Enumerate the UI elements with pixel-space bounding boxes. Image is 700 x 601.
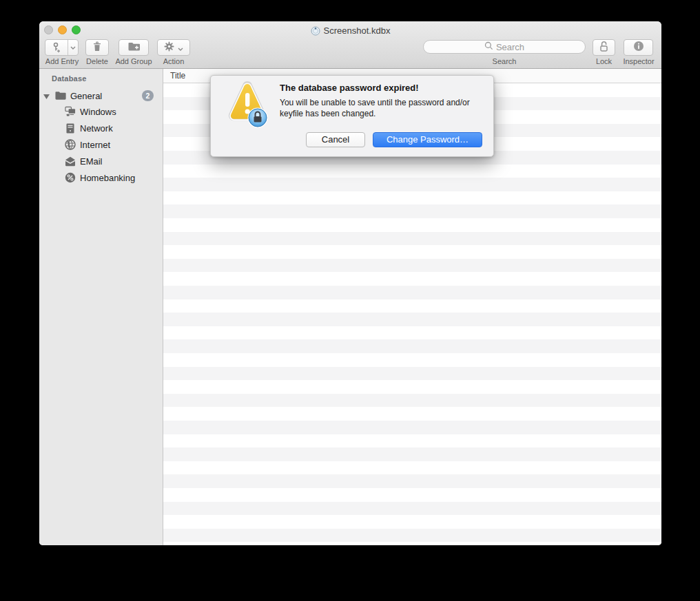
sidebar-item-label: Network [80, 123, 113, 134]
sidebar-item-label: Homebanking [80, 173, 135, 183]
search-placeholder: Search [496, 42, 524, 52]
lock-label: Lock [593, 57, 615, 66]
password-expired-dialog: The database password expired! You will … [210, 75, 494, 157]
dialog-title: The database password expired! [280, 83, 419, 93]
titlebar-toolbar[interactable]: Screenshot.kdbx Add En [39, 21, 661, 69]
workgroup-icon [65, 106, 76, 117]
folder-icon [55, 90, 66, 101]
sidebar: Database General 2 [39, 69, 163, 545]
delete-label: Delete [83, 57, 112, 66]
search-label: Search [423, 57, 586, 66]
sidebar-item-internet[interactable]: Internet [39, 136, 163, 153]
sidebar-group-general[interactable]: General 2 [39, 87, 163, 104]
sidebar-item-homebanking[interactable]: Homebanking [39, 169, 163, 186]
sidebar-section-header: Database [52, 74, 87, 83]
inspector-label: Inspector [619, 57, 658, 66]
add-entry-button[interactable] [45, 39, 79, 56]
sidebar-item-label: EMail [80, 156, 103, 167]
sidebar-item-label: Windows [80, 107, 116, 117]
entry-count-badge: 2 [142, 90, 154, 101]
magnifier-icon [484, 41, 493, 52]
percent-icon [65, 172, 76, 183]
add-entry-dropdown-arrow[interactable] [68, 40, 78, 55]
sidebar-item-network[interactable]: Network [39, 120, 163, 136]
globe-icon [65, 139, 76, 150]
sidebar-group-label: General [70, 91, 102, 101]
dialog-message-line1: You will be unable to save until the pas… [280, 97, 495, 108]
cancel-button[interactable]: Cancel [306, 132, 365, 147]
window-title-text: Screenshot.kdbx [324, 25, 391, 36]
key-plus-icon[interactable] [45, 40, 68, 55]
open-padlock-icon [599, 41, 609, 55]
server-icon [65, 123, 76, 134]
envelope-icon [65, 156, 76, 167]
delete-button[interactable] [85, 39, 109, 56]
document-icon [311, 26, 320, 39]
warning-lock-icon [223, 81, 271, 131]
dialog-message: You will be unable to save until the pas… [280, 97, 495, 119]
info-icon [633, 41, 644, 54]
disclosure-triangle-icon[interactable] [43, 91, 50, 101]
trash-icon [92, 41, 102, 54]
change-password-button[interactable]: Change Password… [373, 132, 482, 147]
sidebar-item-windows[interactable]: Windows [39, 103, 163, 120]
add-entry-label: Add Entry [41, 57, 83, 66]
dialog-message-line2: keyfile has been changed. [280, 108, 495, 119]
sidebar-item-email[interactable]: EMail [39, 153, 163, 169]
sidebar-item-label: Internet [80, 140, 110, 150]
gear-icon [164, 41, 174, 54]
inspector-button[interactable] [624, 39, 653, 56]
lock-button[interactable] [593, 39, 615, 56]
search-input[interactable]: Search [423, 40, 586, 54]
screenshot-stage: Screenshot.kdbx Add En [0, 0, 700, 601]
folder-plus-icon [127, 41, 141, 54]
action-dropdown-arrow [178, 41, 183, 54]
add-group-button[interactable] [119, 39, 149, 56]
window-title: Screenshot.kdbx [39, 25, 661, 37]
action-label: Action [159, 57, 188, 66]
add-group-label: Add Group [114, 57, 154, 66]
action-button[interactable] [157, 39, 190, 56]
